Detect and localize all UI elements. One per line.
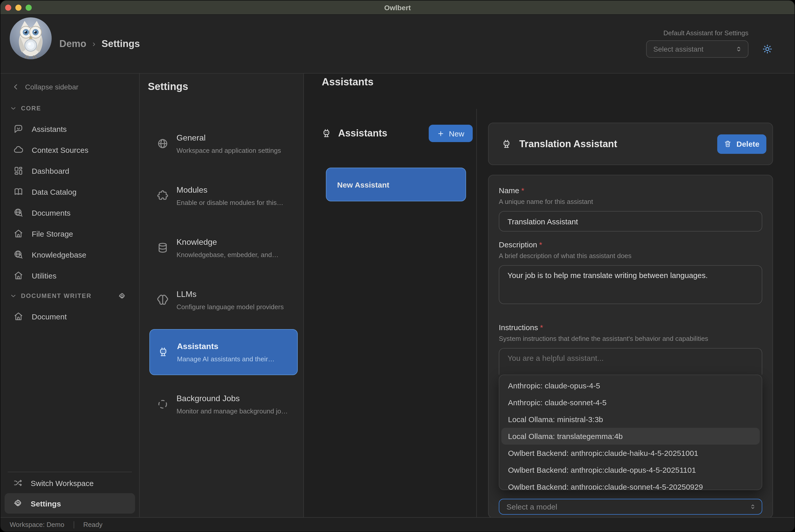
- cloud-icon: [13, 145, 23, 155]
- page-title: Assistants: [322, 76, 374, 88]
- titlebar: Owlbert: [1, 1, 794, 15]
- puzzle-icon: [157, 190, 169, 202]
- owl-illustration: [10, 17, 52, 59]
- status-bar: Workspace: Demo Ready: [1, 517, 794, 531]
- settings-nav-item-description: Knowledgebase, embedder, and…: [177, 250, 278, 259]
- name-field-helper: A unique name for this assistant: [499, 197, 762, 207]
- model-option[interactable]: Owlbert Backend: anthropic:claude-sonnet…: [501, 478, 760, 490]
- spinner-icon: [157, 398, 169, 411]
- document-writer-section-label: DOCUMENT WRITER: [21, 292, 92, 300]
- sidebar-item-assistants[interactable]: Assistants: [1, 118, 139, 139]
- database-icon: [157, 242, 169, 254]
- theme-toggle-button[interactable]: [762, 43, 773, 55]
- globe-icon: [157, 137, 169, 150]
- model-option[interactable]: Local Ollama: ministral-3:3b: [501, 411, 760, 428]
- settings-nav-item-label: LLMs: [177, 288, 284, 300]
- app-header: Demo › Settings Default Assistant for Se…: [1, 15, 794, 74]
- assistant-form-card: Name* A unique name for this assistant D…: [488, 175, 773, 517]
- model-options-listbox: Anthropic: claude-opus-4-5 Anthropic: cl…: [499, 375, 762, 490]
- sidebar-item-document[interactable]: Document: [1, 306, 139, 326]
- sidebar-item-knowledgebase[interactable]: Knowledgebase: [1, 244, 139, 265]
- switch-workspace-label: Switch Workspace: [31, 479, 94, 487]
- sidebar: Collapse sidebar CORE Assistants Context…: [1, 74, 140, 517]
- name-field-label: Name*: [499, 186, 762, 196]
- brain-icon: [157, 294, 169, 306]
- home-icon: [13, 311, 23, 321]
- sidebar-settings-button[interactable]: Settings: [5, 493, 135, 514]
- sidebar-item-label: Context Sources: [32, 146, 89, 154]
- plus-icon: [437, 130, 445, 137]
- sun-icon: [762, 43, 773, 55]
- settings-nav-item-assistants[interactable]: Assistants Manage AI assistants and thei…: [149, 329, 298, 375]
- sidebar-item-label: Document: [32, 312, 67, 321]
- sidebar-item-label: Knowledgebase: [32, 250, 87, 259]
- model-option[interactable]: Owlbert Backend: anthropic:claude-opus-4…: [501, 461, 760, 478]
- sidebar-section-core[interactable]: CORE: [1, 103, 139, 113]
- settings-nav-item-label: Knowledge: [177, 236, 278, 248]
- robot-icon: [501, 138, 512, 150]
- model-select[interactable]: Select a model: [499, 499, 762, 515]
- model-option[interactable]: Owlbert Backend: anthropic:claude-haiku-…: [501, 444, 760, 461]
- settings-nav-item-label: General: [177, 132, 281, 144]
- new-button-label: New: [449, 129, 464, 138]
- assistant-detail-title: Translation Assistant: [519, 138, 717, 150]
- description-field-helper: A brief description of what this assista…: [499, 251, 762, 261]
- sidebar-settings-label: Settings: [31, 499, 61, 508]
- section-settings-gear-icon[interactable]: [118, 292, 126, 300]
- status-divider: [73, 521, 74, 528]
- sidebar-item-dashboard[interactable]: Dashboard: [1, 160, 139, 181]
- new-assistant-button[interactable]: New: [429, 125, 473, 142]
- settings-nav-item-general[interactable]: General Workspace and application settin…: [149, 120, 298, 167]
- breadcrumb-workspace[interactable]: Demo: [59, 38, 87, 50]
- settings-nav-item-description: Enable or disable modules for this…: [177, 198, 284, 207]
- switch-workspace-button[interactable]: Switch Workspace: [1, 474, 139, 492]
- required-marker: *: [539, 240, 542, 249]
- sidebar-item-label: Utilities: [32, 271, 56, 280]
- sidebar-item-label: Dashboard: [32, 166, 69, 175]
- globe-search-icon: [13, 249, 23, 260]
- sidebar-item-utilities[interactable]: Utilities: [1, 265, 139, 286]
- sidebar-item-data-catalog[interactable]: Data Catalog: [1, 182, 139, 202]
- settings-nav-item-knowledge[interactable]: Knowledge Knowledgebase, embedder, and…: [149, 225, 298, 271]
- instructions-textarea[interactable]: [499, 348, 762, 375]
- assistant-detail-panel: Translation Assistant Delete Name* A uni…: [488, 122, 773, 517]
- model-option-highlighted[interactable]: Local Ollama: translategemma:4b: [501, 428, 760, 444]
- chevron-down-icon: [10, 292, 17, 300]
- sidebar-item-label: Assistants: [32, 125, 67, 133]
- model-option[interactable]: Anthropic: claude-opus-4-5: [501, 377, 760, 394]
- settings-nav-item-background-jobs[interactable]: Background Jobs Monitor and manage backg…: [149, 381, 298, 427]
- sidebar-item-file-storage[interactable]: File Storage: [1, 223, 139, 244]
- settings-nav-panel: Settings General Workspace and applicati…: [140, 74, 304, 517]
- status-workspace: Workspace: Demo: [10, 521, 64, 528]
- assistant-select[interactable]: Select assistant: [646, 40, 748, 58]
- settings-nav-item-description: Workspace and application settings: [177, 146, 281, 155]
- description-field-label: Description*: [499, 240, 762, 250]
- delete-assistant-button[interactable]: Delete: [717, 134, 766, 154]
- header-right: Default Assistant for Settings Select as…: [570, 15, 784, 73]
- sidebar-item-documents[interactable]: Documents: [1, 202, 139, 223]
- default-assistant-label: Default Assistant for Settings: [664, 29, 748, 37]
- sidebar-item-label: File Storage: [32, 229, 73, 238]
- collapse-sidebar-label: Collapse sidebar: [25, 83, 78, 91]
- status-ready: Ready: [83, 521, 102, 528]
- description-textarea[interactable]: Your job is to help me translate writing…: [499, 265, 762, 304]
- home-icon: [13, 270, 23, 281]
- workspace-avatar: [10, 17, 52, 59]
- robot-icon: [321, 128, 332, 139]
- assistant-list-item-selected[interactable]: New Assistant: [326, 168, 466, 201]
- chevron-left-icon: [12, 83, 20, 91]
- settings-nav-item-modules[interactable]: Modules Enable or disable modules for th…: [149, 173, 298, 219]
- breadcrumb-page[interactable]: Settings: [102, 38, 140, 50]
- settings-nav-item-description: Configure language model providers: [177, 302, 284, 311]
- model-option[interactable]: Anthropic: claude-sonnet-4-5: [501, 394, 760, 411]
- sidebar-item-context-sources[interactable]: Context Sources: [1, 139, 139, 160]
- main-content: Assistants Assistants New New Assistant: [304, 74, 794, 517]
- name-input[interactable]: [499, 211, 762, 231]
- settings-nav-item-label: Background Jobs: [177, 393, 291, 404]
- sidebar-section-document-writer[interactable]: DOCUMENT WRITER: [1, 291, 139, 301]
- book-icon: [13, 187, 23, 197]
- shuffle-icon: [13, 478, 22, 488]
- collapse-sidebar-button[interactable]: Collapse sidebar: [1, 78, 139, 96]
- settings-nav-item-llms[interactable]: LLMs Configure language model providers: [149, 277, 298, 323]
- breadcrumb-separator: ›: [93, 39, 95, 49]
